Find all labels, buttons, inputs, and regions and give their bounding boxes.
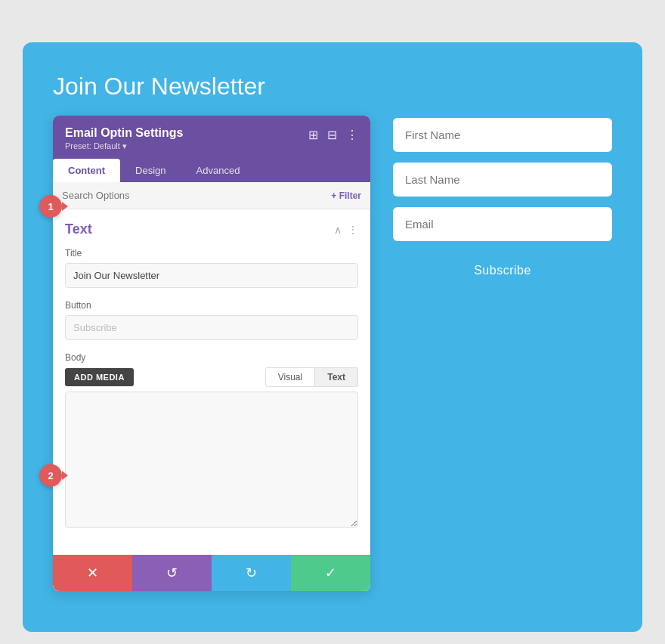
undo-button[interactable]: ↺	[132, 555, 212, 591]
main-container: 1 2 Join Our Newsletter Email Optin Sett…	[23, 42, 642, 632]
body-textarea[interactable]	[65, 392, 358, 528]
search-input[interactable]	[62, 190, 325, 201]
button-label: Button	[65, 300, 358, 311]
tab-advanced[interactable]: Advanced	[181, 159, 255, 182]
filter-button[interactable]: + Filter	[331, 190, 361, 201]
panel-header-left: Email Optin Settings Preset: Default ▾	[65, 126, 183, 151]
undo-icon: ↺	[166, 565, 178, 581]
panel-title: Email Optin Settings	[65, 126, 183, 140]
visual-btn[interactable]: Visual	[265, 367, 315, 387]
visual-text-toggle: Visual Text	[265, 367, 358, 387]
title-field-group: Title	[65, 248, 358, 288]
expand-icon[interactable]: ⊞	[308, 128, 318, 142]
body-toolbar: ADD MEDIA Visual Text	[65, 367, 358, 387]
search-row: + Filter	[53, 182, 370, 209]
email-field[interactable]	[393, 207, 612, 241]
section-more-icon[interactable]: ⋮	[348, 224, 358, 236]
right-section: Subscribe	[393, 73, 612, 602]
save-button[interactable]: ✓	[291, 555, 370, 591]
subscribe-button[interactable]: Subscribe	[393, 252, 612, 289]
section-controls: ∧ ⋮	[334, 224, 358, 236]
last-name-field[interactable]	[393, 163, 612, 197]
add-media-button[interactable]: ADD MEDIA	[65, 368, 134, 386]
action-bar: ✕ ↺ ↻ ✓	[53, 555, 370, 591]
outer-wrapper: 1 2 Join Our Newsletter Email Optin Sett…	[15, 15, 650, 644]
collapse-icon[interactable]: ∧	[334, 224, 342, 236]
panel-preset[interactable]: Preset: Default ▾	[65, 141, 183, 151]
columns-icon[interactable]: ⊟	[327, 128, 337, 142]
text-btn[interactable]: Text	[315, 367, 358, 387]
tabs-row: Content Design Advanced	[53, 159, 370, 182]
redo-icon: ↻	[246, 565, 257, 581]
save-icon: ✓	[325, 565, 336, 581]
body-label: Body	[65, 352, 358, 363]
tab-content[interactable]: Content	[53, 159, 120, 182]
step-badge-2: 2	[39, 464, 62, 487]
first-name-field[interactable]	[393, 118, 612, 152]
redo-button[interactable]: ↻	[212, 555, 291, 591]
button-field-group: Button	[65, 300, 358, 340]
section-title: Text	[65, 221, 92, 237]
cancel-button[interactable]: ✕	[53, 555, 132, 591]
panel-header: Email Optin Settings Preset: Default ▾ ⊞…	[53, 116, 370, 159]
title-input[interactable]	[65, 263, 358, 288]
tab-design[interactable]: Design	[120, 159, 181, 182]
section-header: Text ∧ ⋮	[65, 221, 358, 237]
newsletter-title: Join Our Newsletter	[53, 73, 370, 101]
panel-body: Text ∧ ⋮ Title Button	[53, 209, 370, 555]
cancel-icon: ✕	[87, 565, 98, 581]
title-label: Title	[65, 248, 358, 259]
button-input[interactable]	[65, 315, 358, 340]
more-icon[interactable]: ⋮	[346, 128, 358, 142]
panel-header-icons: ⊞ ⊟ ⋮	[308, 128, 358, 142]
left-section: 1 2 Join Our Newsletter Email Optin Sett…	[53, 73, 370, 602]
step-badge-1: 1	[39, 195, 62, 218]
settings-panel: Email Optin Settings Preset: Default ▾ ⊞…	[53, 116, 370, 591]
body-field-group: Body ADD MEDIA Visual Text	[65, 352, 358, 531]
